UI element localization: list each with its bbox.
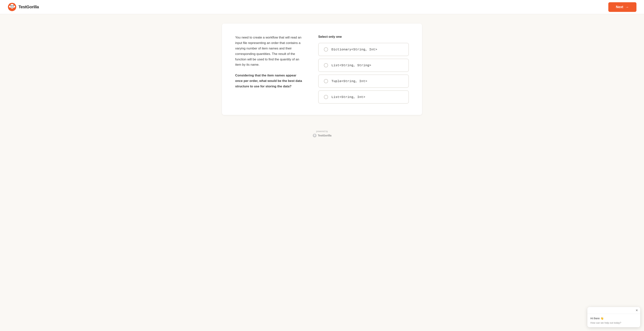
option-item-2[interactable]: List<String, String> (318, 59, 409, 72)
svg-point-10 (314, 135, 314, 135)
chat-close-button[interactable]: ✕ (636, 308, 638, 312)
question-text-section: You need to create a workflow that will … (235, 35, 303, 94)
svg-point-5 (13, 6, 14, 6)
svg-point-4 (11, 6, 12, 6)
chat-header: ✕ (588, 307, 640, 314)
footer: powered by TestGorilla (0, 124, 644, 143)
option-radio-4[interactable] (324, 95, 328, 99)
header: TestGorilla Next → (0, 0, 644, 14)
next-button[interactable]: Next → (608, 2, 636, 12)
question-body-part1: You need to create a workflow that will … (235, 35, 303, 68)
option-radio-1[interactable] (324, 47, 328, 52)
option-radio-3[interactable] (324, 79, 328, 83)
svg-point-3 (12, 5, 14, 6)
question-body-part2: Considering that the item names appear o… (235, 73, 303, 89)
option-text-3: Tuple<String, Int> (332, 80, 367, 83)
footer-logo-icon (312, 134, 317, 138)
footer-powered-text: powered by (6, 130, 638, 133)
option-item-3[interactable]: Tuple<String, Int> (318, 74, 409, 88)
logo: TestGorilla (8, 2, 39, 12)
options-list: Dictionary<String, Int> List<String, Str… (318, 43, 409, 104)
svg-point-9 (314, 134, 316, 136)
chat-greeting: Hi there 👋 (590, 317, 637, 320)
next-arrow-icon: → (625, 5, 629, 9)
option-item-1[interactable]: Dictionary<String, Int> (318, 43, 409, 56)
footer-logo-text: TestGorilla (318, 134, 332, 137)
option-text-1: Dictionary<String, Int> (332, 48, 377, 51)
main-content: You need to create a workflow that will … (218, 24, 426, 115)
chat-subtitle: How can we help out today? (590, 322, 637, 324)
question-card: You need to create a workflow that will … (222, 24, 422, 115)
answer-section: Select only one Dictionary<String, Int> … (318, 35, 409, 104)
testgorilla-logo-icon (8, 2, 16, 12)
svg-point-7 (14, 6, 15, 8)
question-layout: You need to create a workflow that will … (235, 35, 409, 104)
chat-widget: ✕ Hi there 👋 How can we help out today? (588, 307, 640, 327)
select-only-one-label: Select only one (318, 35, 409, 39)
question-bold-text: Considering that the item names appear o… (235, 74, 302, 88)
option-text-2: List<String, String> (332, 64, 371, 67)
next-button-label: Next (616, 5, 623, 9)
option-text-4: List<String, Int> (332, 95, 365, 99)
svg-point-2 (10, 5, 12, 6)
option-item-4[interactable]: List<String, Int> (318, 90, 409, 104)
logo-text: TestGorilla (18, 4, 39, 10)
option-radio-2[interactable] (324, 63, 328, 67)
chat-body: Hi there 👋 How can we help out today? (588, 314, 640, 327)
footer-logo: TestGorilla (6, 134, 638, 138)
svg-point-6 (9, 6, 10, 8)
svg-point-11 (315, 135, 316, 135)
